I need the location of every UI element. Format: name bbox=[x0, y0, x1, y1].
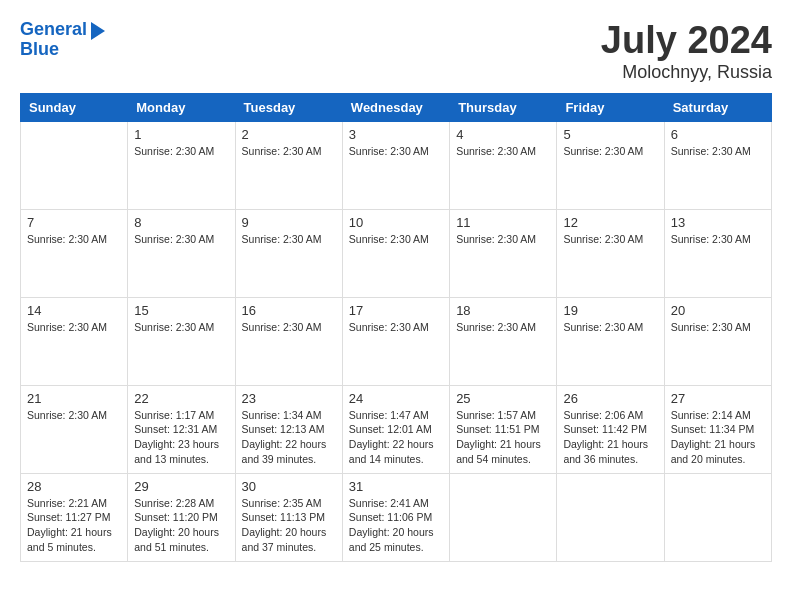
day-info: Sunrise: 2:30 AM bbox=[349, 320, 443, 335]
calendar-cell: 27Sunrise: 2:14 AM Sunset: 11:34 PM Dayl… bbox=[664, 385, 771, 473]
calendar-cell: 22Sunrise: 1:17 AM Sunset: 12:31 AM Dayl… bbox=[128, 385, 235, 473]
day-number: 27 bbox=[671, 391, 765, 406]
calendar-cell: 4Sunrise: 2:30 AM bbox=[450, 121, 557, 209]
day-info: Sunrise: 2:30 AM bbox=[27, 408, 121, 423]
day-info: Sunrise: 2:30 AM bbox=[134, 232, 228, 247]
day-info: Sunrise: 2:30 AM bbox=[349, 144, 443, 159]
day-number: 9 bbox=[242, 215, 336, 230]
calendar-cell bbox=[450, 473, 557, 561]
day-info: Sunrise: 2:30 AM bbox=[671, 320, 765, 335]
calendar-cell: 16Sunrise: 2:30 AM bbox=[235, 297, 342, 385]
weekday-header: Monday bbox=[128, 93, 235, 121]
calendar-cell: 31Sunrise: 2:41 AM Sunset: 11:06 PM Dayl… bbox=[342, 473, 449, 561]
day-info: Sunrise: 2:14 AM Sunset: 11:34 PM Daylig… bbox=[671, 408, 765, 467]
calendar-cell: 14Sunrise: 2:30 AM bbox=[21, 297, 128, 385]
calendar-cell: 21Sunrise: 2:30 AM bbox=[21, 385, 128, 473]
day-number: 6 bbox=[671, 127, 765, 142]
calendar-cell: 30Sunrise: 2:35 AM Sunset: 11:13 PM Dayl… bbox=[235, 473, 342, 561]
calendar-cell: 12Sunrise: 2:30 AM bbox=[557, 209, 664, 297]
day-info: Sunrise: 1:57 AM Sunset: 11:51 PM Daylig… bbox=[456, 408, 550, 467]
calendar-cell: 26Sunrise: 2:06 AM Sunset: 11:42 PM Dayl… bbox=[557, 385, 664, 473]
calendar-cell: 6Sunrise: 2:30 AM bbox=[664, 121, 771, 209]
calendar-cell: 24Sunrise: 1:47 AM Sunset: 12:01 AM Dayl… bbox=[342, 385, 449, 473]
day-number: 23 bbox=[242, 391, 336, 406]
logo-general: General bbox=[20, 19, 87, 39]
day-info: Sunrise: 2:30 AM bbox=[242, 144, 336, 159]
day-info: Sunrise: 2:30 AM bbox=[134, 320, 228, 335]
calendar-cell: 19Sunrise: 2:30 AM bbox=[557, 297, 664, 385]
day-number: 10 bbox=[349, 215, 443, 230]
day-info: Sunrise: 2:30 AM bbox=[456, 320, 550, 335]
day-number: 16 bbox=[242, 303, 336, 318]
calendar-cell: 23Sunrise: 1:34 AM Sunset: 12:13 AM Dayl… bbox=[235, 385, 342, 473]
day-info: Sunrise: 2:30 AM bbox=[456, 144, 550, 159]
day-info: Sunrise: 2:30 AM bbox=[563, 144, 657, 159]
day-number: 28 bbox=[27, 479, 121, 494]
day-number: 15 bbox=[134, 303, 228, 318]
page-header: General Blue July 2024 Molochnyy, Russia bbox=[20, 20, 772, 83]
day-number: 20 bbox=[671, 303, 765, 318]
calendar-cell bbox=[557, 473, 664, 561]
calendar-cell: 5Sunrise: 2:30 AM bbox=[557, 121, 664, 209]
day-number: 13 bbox=[671, 215, 765, 230]
calendar-cell: 3Sunrise: 2:30 AM bbox=[342, 121, 449, 209]
day-number: 7 bbox=[27, 215, 121, 230]
day-info: Sunrise: 2:41 AM Sunset: 11:06 PM Daylig… bbox=[349, 496, 443, 555]
calendar-cell: 18Sunrise: 2:30 AM bbox=[450, 297, 557, 385]
day-number: 19 bbox=[563, 303, 657, 318]
calendar-table: SundayMondayTuesdayWednesdayThursdayFrid… bbox=[20, 93, 772, 562]
weekday-header: Thursday bbox=[450, 93, 557, 121]
logo-blue: Blue bbox=[20, 40, 59, 60]
month-title: July 2024 bbox=[601, 20, 772, 62]
calendar-cell: 20Sunrise: 2:30 AM bbox=[664, 297, 771, 385]
day-number: 31 bbox=[349, 479, 443, 494]
logo-text: General bbox=[20, 20, 87, 40]
calendar-week-row: 1Sunrise: 2:30 AM2Sunrise: 2:30 AM3Sunri… bbox=[21, 121, 772, 209]
calendar-cell: 8Sunrise: 2:30 AM bbox=[128, 209, 235, 297]
day-number: 14 bbox=[27, 303, 121, 318]
day-number: 30 bbox=[242, 479, 336, 494]
day-number: 8 bbox=[134, 215, 228, 230]
day-info: Sunrise: 1:34 AM Sunset: 12:13 AM Daylig… bbox=[242, 408, 336, 467]
day-info: Sunrise: 2:30 AM bbox=[242, 232, 336, 247]
day-info: Sunrise: 1:17 AM Sunset: 12:31 AM Daylig… bbox=[134, 408, 228, 467]
calendar-header-row: SundayMondayTuesdayWednesdayThursdayFrid… bbox=[21, 93, 772, 121]
day-info: Sunrise: 2:30 AM bbox=[27, 232, 121, 247]
day-number: 1 bbox=[134, 127, 228, 142]
day-info: Sunrise: 2:30 AM bbox=[671, 232, 765, 247]
day-info: Sunrise: 2:30 AM bbox=[671, 144, 765, 159]
day-number: 3 bbox=[349, 127, 443, 142]
day-number: 18 bbox=[456, 303, 550, 318]
weekday-header: Wednesday bbox=[342, 93, 449, 121]
weekday-header: Tuesday bbox=[235, 93, 342, 121]
day-info: Sunrise: 2:06 AM Sunset: 11:42 PM Daylig… bbox=[563, 408, 657, 467]
calendar-cell: 9Sunrise: 2:30 AM bbox=[235, 209, 342, 297]
calendar-cell: 15Sunrise: 2:30 AM bbox=[128, 297, 235, 385]
day-info: Sunrise: 2:30 AM bbox=[563, 232, 657, 247]
day-info: Sunrise: 2:30 AM bbox=[456, 232, 550, 247]
calendar-cell: 2Sunrise: 2:30 AM bbox=[235, 121, 342, 209]
day-number: 25 bbox=[456, 391, 550, 406]
calendar-cell: 17Sunrise: 2:30 AM bbox=[342, 297, 449, 385]
day-number: 26 bbox=[563, 391, 657, 406]
day-number: 12 bbox=[563, 215, 657, 230]
calendar-cell: 10Sunrise: 2:30 AM bbox=[342, 209, 449, 297]
calendar-cell: 29Sunrise: 2:28 AM Sunset: 11:20 PM Dayl… bbox=[128, 473, 235, 561]
weekday-header: Friday bbox=[557, 93, 664, 121]
logo-arrow-icon bbox=[91, 22, 105, 40]
day-info: Sunrise: 1:47 AM Sunset: 12:01 AM Daylig… bbox=[349, 408, 443, 467]
calendar-cell: 13Sunrise: 2:30 AM bbox=[664, 209, 771, 297]
calendar-week-row: 7Sunrise: 2:30 AM8Sunrise: 2:30 AM9Sunri… bbox=[21, 209, 772, 297]
day-info: Sunrise: 2:30 AM bbox=[563, 320, 657, 335]
day-number: 2 bbox=[242, 127, 336, 142]
weekday-header: Saturday bbox=[664, 93, 771, 121]
calendar-cell bbox=[21, 121, 128, 209]
day-info: Sunrise: 2:30 AM bbox=[349, 232, 443, 247]
day-number: 22 bbox=[134, 391, 228, 406]
day-info: Sunrise: 2:30 AM bbox=[134, 144, 228, 159]
calendar-cell: 7Sunrise: 2:30 AM bbox=[21, 209, 128, 297]
title-block: July 2024 Molochnyy, Russia bbox=[601, 20, 772, 83]
calendar-cell: 25Sunrise: 1:57 AM Sunset: 11:51 PM Dayl… bbox=[450, 385, 557, 473]
day-info: Sunrise: 2:30 AM bbox=[242, 320, 336, 335]
day-number: 17 bbox=[349, 303, 443, 318]
